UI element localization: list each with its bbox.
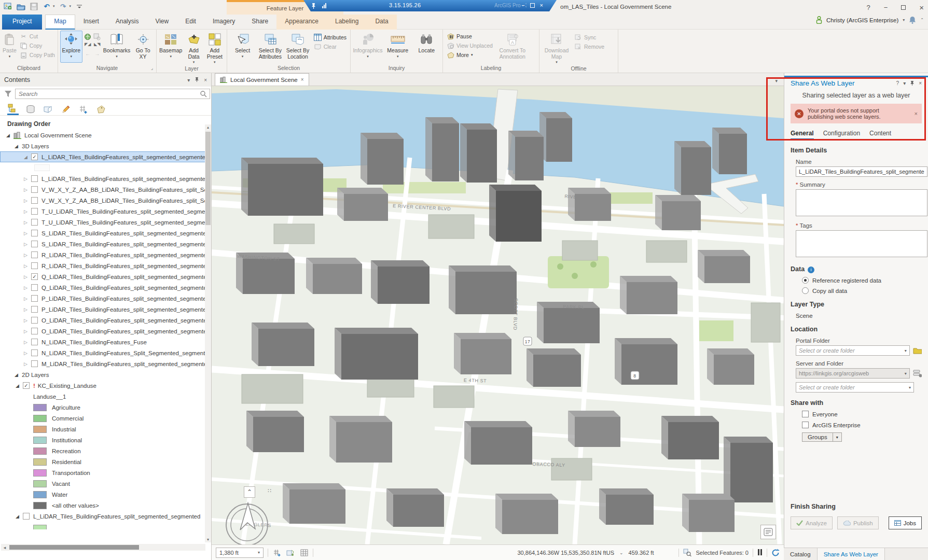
dismiss-error-icon[interactable]: ×	[915, 110, 918, 117]
filter-icon[interactable]	[4, 90, 12, 97]
analyze-button[interactable]: Analyze	[791, 516, 833, 529]
legend-swatch[interactable]	[33, 491, 47, 498]
tab-content[interactable]: Content	[869, 130, 891, 137]
expander-icon[interactable]: ◢	[6, 133, 13, 138]
expander-icon[interactable]: ▷	[24, 220, 31, 225]
visibility-checkbox[interactable]	[31, 328, 38, 334]
visibility-checkbox[interactable]: ✓	[31, 273, 38, 280]
layers-overlay-button[interactable]	[760, 525, 776, 539]
measure-button[interactable]: Measure▾	[384, 31, 412, 63]
expander-icon[interactable]: ▷	[24, 340, 31, 345]
pin-icon[interactable]	[311, 3, 316, 9]
convert-to-annotation-button[interactable]: A Convert To Annotation	[495, 31, 530, 63]
fixed-zoom-in-icon[interactable]: ◤◢	[84, 42, 92, 50]
legend-swatch[interactable]	[33, 458, 47, 466]
visibility-checkbox[interactable]	[31, 175, 38, 182]
list-by-snapping-icon[interactable]	[78, 104, 89, 115]
attributes-button[interactable]: Attributes	[312, 34, 348, 41]
expander-icon[interactable]: ▷	[24, 285, 31, 290]
server-folder-combo[interactable]: Select or create folder ▾	[796, 382, 914, 393]
select-button[interactable]: Select▾	[229, 31, 256, 63]
tab-imagery[interactable]: Imagery	[204, 15, 243, 30]
scroll-up-icon[interactable]: ▴	[205, 125, 211, 130]
tab-share[interactable]: Share	[243, 15, 276, 30]
layer-item[interactable]: ▷O_LiDAR_Tiles_BuildingFeatures_split_se…	[0, 326, 211, 337]
tags-textarea[interactable]	[796, 230, 927, 257]
explore-button[interactable]: Explore▾	[60, 31, 82, 63]
feature-cache-icon[interactable]	[286, 548, 295, 557]
expander-icon[interactable]: ▷	[24, 329, 31, 334]
scrollbar-thumb[interactable]	[9, 545, 139, 550]
rdp-connection-bar[interactable]: 3.15.195.26 ArcGIS Pro - 3D_Build − ×	[303, 0, 557, 11]
info-icon[interactable]: i	[808, 267, 814, 273]
checkbox-icon[interactable]	[802, 422, 809, 428]
expander-icon[interactable]: ◢	[24, 155, 31, 160]
tab-analysis[interactable]: Analysis	[107, 15, 147, 30]
visibility-checkbox[interactable]	[31, 339, 38, 345]
map-coordinates[interactable]: 30,864,146.36W 15,535,350.81N ftUS	[517, 550, 614, 556]
browse-folder-icon[interactable]	[913, 347, 922, 354]
layer-item[interactable]: ▷P_LiDAR_Tiles_BuildingFeatures_split_se…	[0, 293, 211, 304]
radio-icon[interactable]	[802, 287, 809, 294]
refresh-icon[interactable]	[771, 549, 780, 557]
legend-swatch[interactable]	[33, 404, 47, 411]
expander-icon[interactable]: ▷	[24, 176, 31, 181]
summary-textarea[interactable]	[796, 189, 927, 216]
tab-edit[interactable]: Edit	[177, 15, 204, 30]
layer-item[interactable]: ▷L_LiDAR_Tiles_BuildingFeatures_split_se…	[0, 173, 211, 184]
fixed-zoom-out-icon[interactable]: ◣◥	[93, 42, 102, 50]
tab-share-as-web-layer[interactable]: Share As Web Layer	[817, 548, 885, 560]
visibility-checkbox[interactable]	[31, 295, 38, 302]
pane-pin-icon[interactable]	[910, 80, 915, 87]
share-everyone-checkbox[interactable]: Everyone	[802, 411, 922, 417]
collapse-ribbon-icon[interactable]: ⌃	[920, 18, 924, 22]
kc-landuse-layer[interactable]: ◢ ✓ ! KC_Existing_Landuse	[0, 380, 211, 391]
tab-view[interactable]: View	[147, 15, 177, 30]
list-by-data-source-icon[interactable]	[25, 104, 36, 115]
expander-icon[interactable]: ▷	[24, 231, 31, 236]
signed-in-user[interactable]: Christy (ArcGIS Enterprise)	[826, 17, 898, 23]
tab-catalog[interactable]: Catalog	[784, 548, 817, 560]
layer-item[interactable]: ▷O_LiDAR_Tiles_BuildingFeatures_split_se…	[0, 315, 211, 326]
groups-dropdown-icon[interactable]: ▾	[833, 433, 841, 441]
copy-button[interactable]: Copy	[18, 42, 57, 49]
download-map-button[interactable]: Download Map▾	[542, 31, 572, 65]
redo-dropdown-icon[interactable]: ▾	[70, 4, 72, 8]
layer-item[interactable]: ▷V_W_X_Y_Z_AA_BB_LiDAR_Tiles_BuildingFea…	[0, 195, 211, 206]
publish-button[interactable]: Publish	[837, 516, 879, 529]
combo-dropdown-icon[interactable]: ▾	[909, 385, 911, 390]
expand-overlay-button[interactable]: ⌃	[244, 486, 255, 498]
scroll-down-icon[interactable]: ▾	[205, 537, 211, 542]
search-icon[interactable]	[200, 90, 207, 97]
visibility-checkbox[interactable]	[31, 208, 38, 215]
basemap-button[interactable]: Basemap▾	[159, 31, 183, 63]
help-button[interactable]: ?	[866, 4, 870, 11]
next-extent-icon[interactable]: →	[93, 51, 102, 59]
legend-swatch[interactable]	[33, 447, 47, 455]
expander-icon[interactable]: ▷	[24, 361, 31, 367]
visibility-checkbox[interactable]	[31, 360, 38, 367]
dialog-launcher-icon[interactable]: ⌟	[151, 65, 153, 71]
expander-icon[interactable]: ◢	[16, 383, 23, 388]
server-settings-icon[interactable]	[913, 369, 922, 377]
visibility-checkbox[interactable]	[31, 186, 38, 193]
expander-icon[interactable]: ▷	[24, 263, 31, 269]
undo-button[interactable]: ↶	[42, 2, 51, 11]
zoom-to-selected-icon[interactable]	[683, 549, 691, 556]
paste-button[interactable]: Paste▾	[2, 31, 17, 63]
list-by-labeling-icon[interactable]	[95, 104, 107, 115]
tab-configuration[interactable]: Configuration	[823, 130, 860, 137]
close-tab-icon[interactable]: ×	[301, 77, 304, 82]
list-by-drawing-order-icon[interactable]	[7, 104, 19, 115]
list-by-visibility-icon[interactable]	[43, 104, 54, 115]
scrollbar-thumb[interactable]	[205, 132, 211, 225]
pause-labeling-button[interactable]: Pause	[445, 33, 494, 40]
close-button[interactable]: ×	[919, 3, 924, 12]
expander-icon[interactable]: ▷	[24, 253, 31, 258]
scale-dropdown-icon[interactable]: ▾	[258, 550, 260, 555]
portal-folder-combo[interactable]: Select or create folder ▾	[796, 345, 910, 356]
pane-close-icon[interactable]: ×	[204, 77, 207, 83]
pause-drawing-icon[interactable]	[757, 549, 763, 556]
coords-dropdown-icon[interactable]: ⌄	[619, 550, 624, 555]
snapping-toggle-icon[interactable]	[272, 548, 282, 557]
